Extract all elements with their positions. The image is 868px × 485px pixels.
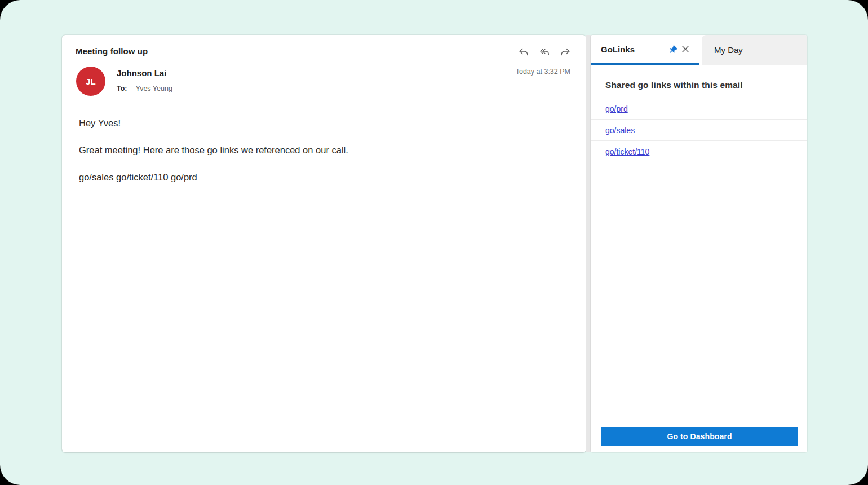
pin-icon[interactable] [667, 43, 679, 55]
tab-golinks[interactable]: GoLinks [591, 35, 699, 65]
sender-avatar: JL [76, 67, 105, 96]
sender-initials: JL [86, 77, 96, 86]
shared-links-section-title: Shared go links within this email [605, 80, 798, 90]
reply-all-icon[interactable] [538, 46, 551, 58]
reply-icon[interactable] [517, 46, 530, 58]
addin-tab-strip: GoLinks My Day [591, 35, 807, 65]
tab-my-day-label: My Day [714, 45, 743, 55]
email-timestamp: Today at 3:32 PM [516, 68, 570, 76]
tab-my-day[interactable]: My Day [702, 35, 807, 65]
pane-divider [586, 35, 591, 452]
golink-link[interactable]: go/ticket/110 [605, 147, 649, 156]
email-paragraph: Great meeting! Here are those go links w… [79, 144, 552, 156]
mail-actions-toolbar [517, 46, 572, 58]
to-label: To: [117, 85, 127, 92]
golinks-side-panel: GoLinks My Day Shared go links within th… [591, 35, 807, 452]
email-subject: Meeting follow up [76, 46, 148, 56]
golink-item[interactable]: go/prd [591, 98, 807, 120]
email-body: Hey Yves! Great meeting! Here are those … [79, 117, 552, 198]
email-reading-pane: Meeting follow up [62, 35, 586, 452]
tab-golinks-label: GoLinks [601, 45, 667, 54]
sender-name: Johnson Lai [117, 68, 166, 78]
go-to-dashboard-button[interactable]: Go to Dashboard [601, 427, 798, 446]
golinks-list: go/prd go/sales go/ticket/110 [591, 98, 807, 162]
golink-item[interactable]: go/sales [591, 120, 807, 141]
golink-item[interactable]: go/ticket/110 [591, 141, 807, 162]
golink-link[interactable]: go/sales [605, 126, 635, 135]
recipient-name: Yves Yeung [136, 85, 172, 92]
email-paragraph: Hey Yves! [79, 117, 552, 129]
golink-link[interactable]: go/prd [605, 104, 628, 113]
close-icon[interactable] [679, 43, 692, 55]
email-paragraph: go/sales go/ticket/110 go/prd [79, 171, 552, 183]
divider [591, 418, 807, 418]
recipient-row: To: Yves Yeung [117, 85, 172, 92]
forward-icon[interactable] [559, 46, 572, 58]
screenshot-background: Meeting follow up [0, 0, 868, 485]
